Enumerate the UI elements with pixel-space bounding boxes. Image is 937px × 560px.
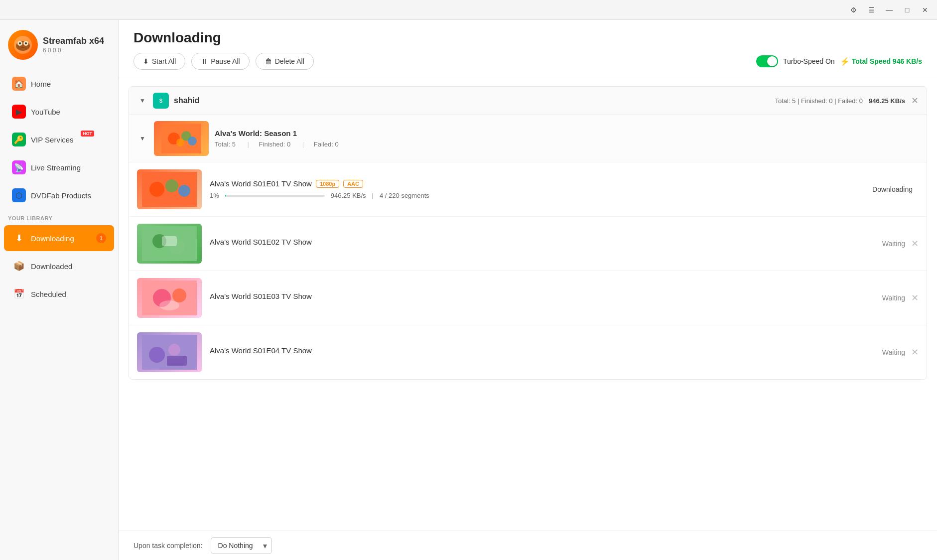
toolbar: ⬇ Start All ⏸ Pause All 🗑 Delete All Tur… (134, 53, 922, 70)
titlebar: ⚙ ☰ — □ ✕ (0, 0, 937, 20)
show-info: Alva's World: Season 1 Total: 5 | Finish… (215, 129, 919, 148)
completion-select[interactable]: Do Nothing Shut Down Sleep Hibernate (211, 537, 272, 554)
sidebar-item-downloaded[interactable]: 📦 Downloaded (4, 253, 114, 279)
downloading-label: Downloading (31, 234, 74, 243)
episode-title-4: Alva's World S01E04 TV Show (210, 346, 855, 355)
maximize-button[interactable]: □ (900, 3, 914, 17)
episode-row: Alva's World S01E04 TV Show Waiting ✕ (129, 325, 927, 379)
episode-status-1: Downloading (863, 185, 913, 193)
progress-fill-1 (225, 195, 226, 197)
downloaded-icon: 📦 (12, 259, 26, 273)
pause-all-label: Pause All (211, 57, 240, 65)
scheduled-icon: 📅 (12, 287, 26, 301)
turbo-toggle[interactable] (756, 55, 778, 67)
app-body: Streamfab x64 6.0.0.0 🏠 Home ▶ YouTube 🔑… (0, 20, 937, 560)
show-title: Alva's World: Season 1 (215, 129, 919, 138)
vip-label: VIP Services (31, 136, 74, 144)
svg-point-11 (188, 137, 197, 145)
logo-text: Streamfab x64 6.0.0.0 (43, 36, 104, 54)
segments-sep-1: | (372, 192, 374, 199)
episode-thumbnail-3 (137, 278, 202, 318)
episode-delete-2[interactable]: ✕ (911, 238, 919, 249)
group-expand-button[interactable]: ▼ (137, 95, 148, 106)
episode-row: Alva's World S01E03 TV Show Waiting ✕ (129, 271, 927, 325)
window-controls: ⚙ ☰ — □ ✕ (846, 3, 932, 17)
youtube-icon: ▶ (12, 105, 26, 119)
episode-thumbnail-1 (137, 169, 202, 209)
settings-button[interactable]: ⚙ (846, 3, 860, 17)
progress-pct-1: 1% (210, 192, 219, 199)
bottom-bar: Upon task completion: Do Nothing Shut Do… (119, 531, 937, 560)
sidebar-item-scheduled[interactable]: 📅 Scheduled (4, 281, 114, 307)
total-speed-label: ⚡ Total Speed 946 KB/s (840, 57, 922, 66)
downloading-count-badge: 1 (96, 233, 106, 243)
svg-point-16 (178, 185, 190, 197)
hot-badge: HOT (81, 131, 94, 137)
svg-point-24 (159, 300, 179, 310)
episode-delete-4[interactable]: ✕ (911, 347, 919, 358)
episode-title-1: Alva's World S01E01 TV Show 1080p AAC (210, 179, 863, 188)
youtube-label: YouTube (31, 108, 60, 116)
group-stats: Total: 5 | Finished: 0 | Failed: 0 (775, 97, 863, 105)
episode-thumbnail-2 (137, 224, 202, 264)
svg-point-26 (149, 347, 165, 363)
sidebar-item-dvdfab[interactable]: ⬡ DVDFab Products (4, 182, 114, 208)
episode-status-2: Waiting (855, 240, 905, 248)
vip-icon: 🔑 (12, 133, 26, 146)
group-close-button[interactable]: ✕ (911, 95, 919, 106)
app-name: Streamfab x64 (43, 36, 104, 47)
show-expand-button[interactable]: ▼ (137, 133, 148, 144)
delete-icon: 🗑 (265, 57, 272, 65)
page-header: Downloading ⬇ Start All ⏸ Pause All 🗑 De… (119, 20, 937, 78)
scheduled-label: Scheduled (31, 290, 66, 298)
completion-select-wrap: Do Nothing Shut Down Sleep Hibernate (211, 537, 272, 554)
home-label: Home (31, 80, 51, 88)
logo-area: Streamfab x64 6.0.0.0 (0, 25, 118, 70)
download-list: ▼ S shahid Total: 5 | Finished: 0 | Fail… (119, 78, 937, 531)
main-content: Downloading ⬇ Start All ⏸ Pause All 🗑 De… (119, 20, 937, 560)
segments-1: 4 / 220 segments (380, 192, 429, 199)
episode-info-3: Alva's World S01E03 TV Show (210, 292, 855, 304)
delete-all-button[interactable]: 🗑 Delete All (256, 53, 314, 70)
episode-info-4: Alva's World S01E04 TV Show (210, 346, 855, 359)
start-all-button[interactable]: ⬇ Start All (134, 53, 185, 70)
audio-badge-1: AAC (343, 180, 363, 188)
menu-button[interactable]: ☰ (864, 3, 878, 17)
svg-rect-28 (167, 356, 187, 366)
close-button[interactable]: ✕ (918, 3, 932, 17)
downloaded-label: Downloaded (31, 262, 72, 271)
progress-bar-1 (225, 195, 325, 197)
speed-1: 946.25 KB/s (331, 192, 366, 199)
dvdfab-icon: ⬡ (12, 188, 26, 202)
svg-point-23 (172, 288, 186, 302)
turbo-label: Turbo-Speed On (783, 57, 835, 65)
episode-thumbnail-4 (137, 332, 202, 372)
dvdfab-label: DVDFab Products (31, 191, 91, 200)
downloading-icon: ⬇ (12, 231, 26, 245)
sidebar: Streamfab x64 6.0.0.0 🏠 Home ▶ YouTube 🔑… (0, 20, 119, 560)
logo-icon (8, 30, 38, 60)
sidebar-item-youtube[interactable]: ▶ YouTube (4, 99, 114, 125)
livestream-label: Live Streaming (31, 163, 81, 172)
svg-point-12 (176, 139, 184, 146)
sidebar-item-livestream[interactable]: 📡 Live Streaming (4, 154, 114, 180)
episode-row: Alva's World S01E01 TV Show 1080p AAC 1%… (129, 162, 927, 217)
sidebar-item-vip[interactable]: 🔑 VIP Services HOT (4, 127, 114, 152)
pause-all-button[interactable]: ⏸ Pause All (191, 53, 249, 70)
episode-status-4: Waiting (855, 348, 905, 356)
sidebar-item-downloading[interactable]: ⬇ Downloading 1 (4, 225, 114, 251)
page-title: Downloading (134, 30, 922, 46)
svg-point-4 (19, 42, 21, 44)
sidebar-item-home[interactable]: 🏠 Home (4, 71, 114, 97)
minimize-button[interactable]: — (882, 3, 896, 17)
start-icon: ⬇ (143, 57, 149, 65)
svg-point-27 (168, 344, 180, 356)
home-icon: 🏠 (12, 77, 26, 91)
group-speed: 946.25 KB/s (869, 97, 905, 105)
episode-info-1: Alva's World S01E01 TV Show 1080p AAC 1%… (210, 179, 863, 199)
svg-point-14 (149, 182, 164, 197)
episode-delete-3[interactable]: ✕ (911, 292, 919, 303)
show-header: ▼ Alva's World: Season 1 To (129, 115, 927, 162)
svg-point-15 (165, 179, 178, 192)
start-all-label: Start All (152, 57, 176, 65)
